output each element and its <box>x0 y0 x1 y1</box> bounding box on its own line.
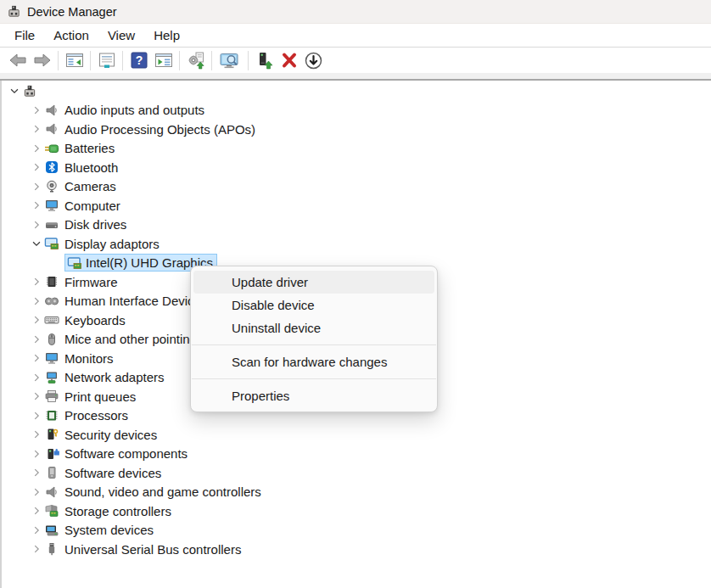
chevron-right-icon[interactable] <box>29 313 44 327</box>
help-button[interactable]: ? <box>126 49 151 72</box>
disk-icon <box>44 218 64 232</box>
arrow-left-icon <box>8 52 27 69</box>
chevron-right-icon[interactable] <box>29 294 44 308</box>
tree-item-label: Software components <box>64 446 188 461</box>
forward-button[interactable] <box>30 49 54 72</box>
tree-item-label: Software devices <box>64 466 161 480</box>
chevron-right-icon[interactable] <box>29 160 44 174</box>
context-menu-uninstall-device[interactable]: Uninstall device <box>193 316 434 339</box>
tree-item-storage-controllers[interactable]: Storage controllers <box>2 501 711 521</box>
bluetooth-icon <box>44 160 64 174</box>
tree-item-label: Sound, video and game controllers <box>64 484 261 499</box>
camera-icon <box>44 180 64 193</box>
tree-item-usb-controllers[interactable]: Universal Serial Bus controllers <box>2 540 711 559</box>
display-adapter-icon <box>67 256 86 270</box>
action-pane-button[interactable] <box>151 49 176 72</box>
tree-item-system-devices[interactable]: System devices <box>2 521 711 540</box>
tree-item-label: Display adaptors <box>64 237 160 251</box>
tree-item-label: Cameras <box>64 179 116 193</box>
tree-item-label: System devices <box>64 523 154 537</box>
chevron-down-icon[interactable] <box>29 237 44 250</box>
scan-hardware-changes-button[interactable] <box>183 49 208 72</box>
menu-bar: File Action View Help <box>0 24 711 48</box>
tree-item-label: Universal Serial Bus controllers <box>64 542 241 557</box>
toolbar-separator <box>122 51 123 70</box>
toolbar-separator <box>211 51 212 70</box>
chevron-right-icon[interactable] <box>29 485 44 499</box>
chevron-right-icon[interactable] <box>29 104 44 117</box>
menu-help[interactable]: Help <box>144 25 189 45</box>
back-button[interactable] <box>5 49 30 72</box>
usb-icon <box>44 542 64 556</box>
chevron-down-icon[interactable] <box>7 84 22 98</box>
context-menu-separator <box>192 378 436 379</box>
tree-item-cameras[interactable]: Cameras <box>2 177 711 197</box>
context-menu-properties[interactable]: Properties <box>193 384 434 407</box>
tree-item-bluetooth[interactable]: Bluetooth <box>2 158 711 177</box>
tree-item-disk-drives[interactable]: Disk drives <box>2 216 711 235</box>
chevron-right-icon[interactable] <box>29 351 44 365</box>
menu-file[interactable]: File <box>5 25 44 45</box>
tree-root-computer[interactable] <box>2 81 711 101</box>
update-driver-button[interactable] <box>252 49 277 72</box>
action-pane-icon <box>154 52 173 69</box>
tree-item-software-components[interactable]: Software components <box>2 445 711 464</box>
tree-item-security-devices[interactable]: Security devices <box>2 425 711 445</box>
chevron-right-icon[interactable] <box>29 199 44 212</box>
chevron-right-icon[interactable] <box>29 142 44 155</box>
context-menu-update-driver[interactable]: Update driver <box>193 271 434 294</box>
context-menu-disable-device[interactable]: Disable device <box>193 294 434 316</box>
show-console-tree-button[interactable] <box>62 49 87 72</box>
computer-search-icon <box>219 52 241 69</box>
context-menu-scan-hardware[interactable]: Scan for hardware changes <box>193 350 434 373</box>
disable-device-button[interactable] <box>301 49 326 72</box>
network-adapter-icon <box>44 371 64 384</box>
chevron-right-icon[interactable] <box>29 218 44 232</box>
tree-item-label: Print queues <box>64 389 136 404</box>
tree-item-label: Keyboards <box>64 313 126 328</box>
monitor-icon <box>44 351 64 365</box>
chevron-right-icon[interactable] <box>29 466 44 479</box>
properties-button[interactable] <box>94 49 119 72</box>
toolbar-separator <box>248 51 249 70</box>
chevron-right-icon[interactable] <box>29 275 44 288</box>
chevron-right-icon[interactable] <box>29 389 44 403</box>
tree-item-display-adaptors[interactable]: Display adaptors <box>2 234 711 254</box>
menu-view[interactable]: View <box>98 25 144 45</box>
tree-item-sound-video-game[interactable]: Sound, video and game controllers <box>2 483 711 502</box>
keyboard-icon <box>44 313 64 327</box>
battery-icon <box>44 142 64 155</box>
toolbar-separator <box>58 51 59 70</box>
chevron-right-icon[interactable] <box>29 122 44 136</box>
tree-item-audio-inputs[interactable]: Audio inputs and outputs <box>2 101 711 120</box>
chevron-right-icon[interactable] <box>29 542 44 556</box>
tree-item-label: Disk drives <box>64 217 126 232</box>
tree-item-label: Audio inputs and outputs <box>64 103 204 117</box>
chevron-right-icon[interactable] <box>29 428 44 441</box>
remote-computer-button[interactable] <box>216 49 244 72</box>
chevron-right-icon[interactable] <box>29 447 44 461</box>
tree-item-audio-processing-objects[interactable]: Audio Processing Objects (APOs) <box>2 120 711 139</box>
tree-item-batteries[interactable]: Batteries <box>2 139 711 159</box>
chevron-right-icon[interactable] <box>29 524 44 537</box>
chevron-right-icon[interactable] <box>29 504 44 518</box>
tree-item-label: Human Interface Devices <box>64 294 207 308</box>
chevron-right-icon[interactable] <box>29 333 44 346</box>
help-icon: ? <box>131 52 148 69</box>
menu-action[interactable]: Action <box>44 25 98 45</box>
chevron-right-icon[interactable] <box>29 409 44 423</box>
mouse-icon <box>44 333 64 346</box>
toolbar-bottom-band <box>0 73 711 81</box>
tree-item-label: Batteries <box>64 141 115 155</box>
uninstall-device-button[interactable] <box>277 49 301 72</box>
tree-item-software-devices[interactable]: Software devices <box>2 463 711 483</box>
context-menu-separator <box>192 344 436 345</box>
chevron-right-icon[interactable] <box>29 180 44 193</box>
chevron-right-icon[interactable] <box>29 371 44 384</box>
speaker-icon <box>44 485 64 499</box>
title-bar: Device Manager <box>0 0 711 24</box>
tree-item-computer[interactable]: Computer <box>2 196 711 216</box>
svg-text:?: ? <box>135 53 143 67</box>
toolbar-separator <box>90 51 91 70</box>
tree-item-label: Monitors <box>64 351 114 366</box>
